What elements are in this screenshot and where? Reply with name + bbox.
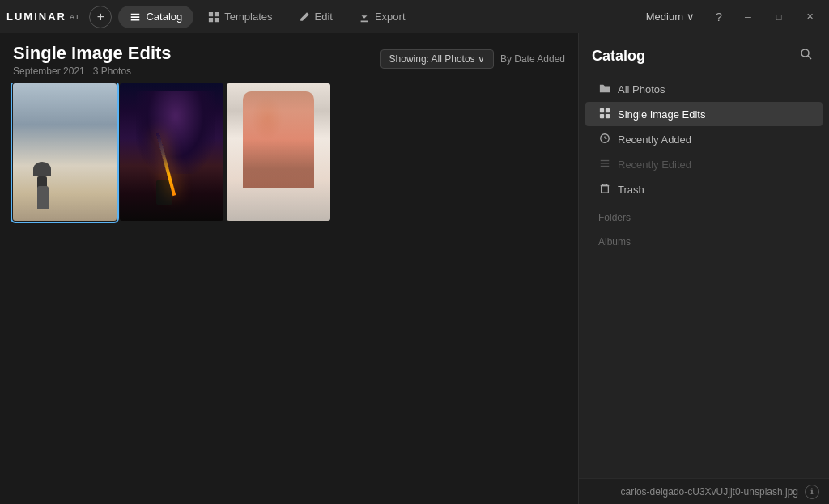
main-area: Single Image Edits September 2021 3 Phot… (0, 33, 829, 504)
app-logo: LUMINARAI (6, 11, 79, 23)
status-filename: carlos-delgado-cU3XvUJjjt0-unsplash.jpg (589, 486, 798, 498)
sidebar-item-single-image-edits[interactable]: Single Image Edits (585, 102, 823, 126)
content-header-left: Single Image Edits September 2021 3 Phot… (13, 43, 380, 77)
add-button[interactable]: + (89, 6, 112, 28)
photo-beach-preview (13, 83, 117, 221)
sidebar-item-recently-edited: Recently Edited (585, 152, 823, 176)
export-icon (359, 11, 370, 23)
svg-rect-5 (606, 113, 610, 117)
sidebar-item-label: Recently Edited (618, 159, 691, 171)
app-name: LUMINAR (6, 11, 66, 23)
tab-edit[interactable]: Edit (287, 6, 344, 28)
sidebar-section-folders: Folders (579, 202, 829, 227)
templates-icon (208, 11, 219, 23)
photo-night-preview (120, 83, 223, 221)
sidebar: Catalog All Photos (578, 33, 829, 504)
help-button[interactable]: ? (708, 6, 730, 28)
minimize-button[interactable]: ─ (735, 6, 761, 28)
svg-rect-4 (600, 113, 604, 117)
quality-selector[interactable]: Medium ∨ (646, 11, 695, 23)
svg-rect-12 (602, 185, 609, 193)
svg-rect-3 (606, 108, 610, 112)
sidebar-search-button[interactable] (797, 44, 816, 67)
sidebar-item-all-photos[interactable]: All Photos (585, 77, 823, 101)
sidebar-items: All Photos Single Image Edits (579, 74, 829, 478)
sidebar-item-label: All Photos (618, 83, 665, 95)
content-area: Single Image Edits September 2021 3 Phot… (0, 33, 578, 504)
sidebar-item-label: Single Image Edits (618, 108, 705, 121)
sidebar-item-trash[interactable]: Trash (585, 177, 823, 201)
edit-icon (299, 11, 310, 23)
svg-rect-2 (600, 108, 604, 112)
page-subtitle: September 2021 3 Photos (13, 66, 380, 77)
page-title: Single Image Edits (13, 43, 380, 64)
tab-export[interactable]: Export (347, 6, 417, 28)
catalog-icon (130, 11, 141, 23)
photo-thumb-night[interactable] (120, 83, 223, 221)
tab-catalog[interactable]: Catalog (118, 6, 193, 28)
filter-button[interactable]: Showing: All Photos ∨ (380, 49, 494, 69)
tab-templates[interactable]: Templates (197, 6, 283, 28)
grid-icon (598, 108, 611, 121)
sidebar-title: Catalog (592, 48, 645, 65)
sidebar-item-label: Trash (618, 184, 644, 196)
maximize-button[interactable]: □ (766, 6, 792, 28)
content-header-right: Showing: All Photos ∨ By Date Added (380, 49, 565, 69)
list-icon (598, 158, 611, 172)
titlebar: LUMINARAI + Catalog Templates Edit Expor… (0, 0, 829, 33)
trash-icon (598, 183, 611, 197)
sidebar-section-albums: Albums (579, 227, 829, 251)
sidebar-item-label: Recently Added (618, 133, 691, 146)
sidebar-item-recently-added[interactable]: Recently Added (585, 127, 823, 151)
photo-thumb-woman[interactable] (227, 83, 330, 221)
photo-woman-preview (227, 83, 330, 221)
search-icon (800, 48, 813, 61)
app-name-suffix: AI (70, 13, 80, 21)
night-person-figure (156, 180, 172, 205)
content-header: Single Image Edits September 2021 3 Phot… (0, 33, 578, 83)
clock-add-icon (598, 133, 611, 146)
status-bar: carlos-delgado-cU3XvUJjjt0-unsplash.jpg … (579, 478, 829, 504)
woman-figure (243, 91, 314, 188)
close-button[interactable]: ✕ (797, 6, 823, 28)
photo-grid (0, 83, 578, 504)
photo-thumb-beach[interactable] (13, 83, 117, 221)
svg-line-1 (808, 56, 811, 59)
sidebar-header: Catalog (579, 33, 829, 74)
status-info-button[interactable]: ℹ (805, 485, 819, 499)
sort-label: By Date Added (500, 53, 565, 65)
folder-icon (598, 83, 611, 96)
svg-point-0 (801, 49, 809, 57)
